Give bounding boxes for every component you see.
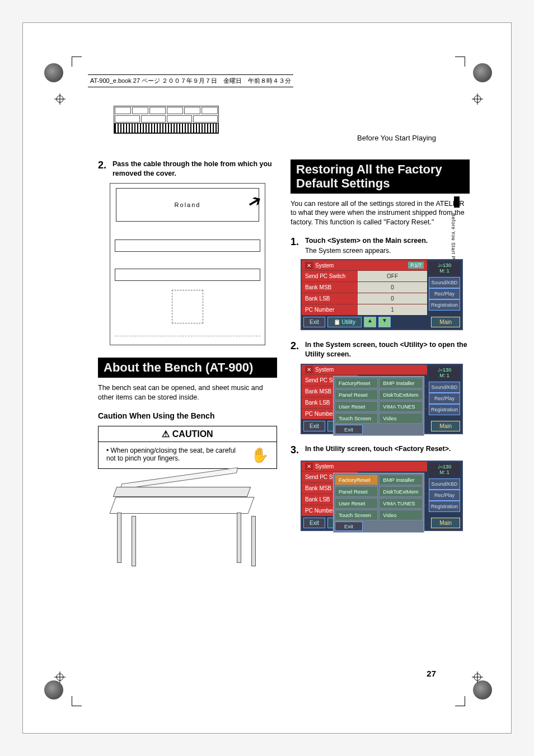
step-text: Pass the cable through the hole from whi…: [113, 159, 277, 179]
utility-menu-item[interactable]: Panel Reset: [335, 389, 378, 400]
system-screen: ✕SystemP.1/7 Send PC SwitchOFFBank MSB0B…: [301, 259, 463, 330]
tempo-label: ♩=130: [438, 464, 451, 469]
panel-diagram: [114, 106, 219, 134]
param-value[interactable]: 0: [358, 282, 427, 293]
caution-title: CAUTION: [172, 429, 213, 439]
step-subtext: The System screen appears.: [305, 247, 428, 255]
side-tab-button[interactable]: Rec/Play: [429, 393, 460, 404]
utility-menu-item[interactable]: VIMA TUNES: [379, 401, 422, 412]
heading-factory-reset: Restoring All the Factory Default Settin…: [291, 159, 470, 194]
param-label: Bank LSB: [302, 293, 358, 304]
utility-menu-item[interactable]: Touch Screen: [335, 510, 378, 520]
registration-mark-icon: [54, 93, 65, 105]
step-number: 2.: [98, 159, 113, 179]
down-arrow-button[interactable]: ▼: [378, 317, 391, 327]
left-column: 2. Pass the cable through the hole from …: [98, 159, 277, 582]
param-value[interactable]: 1: [358, 304, 427, 315]
crop-mark: [455, 696, 465, 706]
step-text: In the System screen, touch <Utility> to…: [305, 340, 470, 359]
print-corner-decoration: [473, 680, 492, 699]
step-number: 3.: [291, 444, 305, 456]
utility-menu-item[interactable]: DiskToExtMem: [379, 486, 422, 497]
close-icon[interactable]: ✕: [305, 262, 313, 269]
page-number: 27: [427, 669, 436, 678]
param-value[interactable]: 0: [358, 293, 427, 304]
measure-label: M: 1: [439, 469, 449, 475]
side-tab-button[interactable]: Registration: [429, 501, 460, 512]
utility-menu: FactoryResetBMP InstallerPanel ResetDisk…: [333, 473, 424, 533]
tempo-label: ♩=130: [438, 367, 451, 373]
organ-front-diagram: ➔: [110, 183, 265, 345]
utility-menu-item[interactable]: FactoryReset: [335, 378, 378, 388]
side-tab-button[interactable]: Sound/KBD: [429, 478, 460, 490]
utility-menu-item[interactable]: Video: [379, 413, 422, 424]
caution-item: When opening/closing the seat, be carefu…: [106, 447, 246, 464]
utility-menu-item[interactable]: Panel Reset: [335, 486, 378, 497]
pinch-hand-icon: ✋: [251, 447, 269, 464]
close-icon[interactable]: ✕: [305, 366, 313, 373]
param-label: PC Number: [302, 304, 358, 315]
warning-icon: ⚠: [162, 429, 172, 439]
registration-mark-icon: [472, 93, 483, 105]
step-number: 1.: [291, 236, 305, 255]
close-icon[interactable]: ✕: [305, 463, 313, 470]
crop-mark: [72, 57, 82, 67]
param-label: Send PC Switch: [302, 271, 358, 281]
registration-mark-icon: [472, 672, 483, 683]
measure-label: M: 1: [439, 268, 449, 274]
print-corner-decoration: [44, 680, 63, 699]
side-tab-button[interactable]: Sound/KBD: [429, 382, 460, 393]
utility-menu-item[interactable]: User Reset: [335, 401, 378, 412]
system-screen-factory-reset-highlight: ✕System Send PC SwitchBank MSBBank LSBPC…: [301, 461, 463, 531]
crop-mark: [72, 696, 82, 706]
utility-menu-item[interactable]: VIMA TUNES: [379, 498, 422, 509]
utility-menu: FactoryResetBMP InstallerPanel ResetDisk…: [333, 376, 424, 436]
utility-menu-item[interactable]: Touch Screen: [335, 413, 378, 424]
print-corner-decoration: [44, 63, 63, 82]
utility-menu-item[interactable]: DiskToExtMem: [379, 389, 422, 400]
utility-menu-item[interactable]: FactoryReset: [335, 475, 378, 485]
bench-diagram: [98, 476, 266, 576]
param-value[interactable]: OFF: [358, 271, 427, 281]
main-button[interactable]: Main: [431, 317, 460, 327]
system-screen-utility-open: ✕System Send PC SwitchBank MSBBank LSBPC…: [301, 364, 463, 434]
registration-mark-icon: [54, 672, 65, 683]
tempo-label: ♩=130: [438, 262, 451, 268]
heading-bench-caution: Caution When Using the Bench: [98, 411, 277, 420]
measure-label: M: 1: [439, 373, 449, 378]
side-tab-button[interactable]: Sound/KBD: [429, 277, 460, 288]
screen-title: System: [315, 367, 334, 373]
utility-button[interactable]: 📋 Utility: [327, 317, 362, 327]
crop-mark: [455, 57, 465, 67]
bench-description: The bench seat can be opened, and sheet …: [98, 383, 277, 402]
page-indicator: P.1/7: [408, 262, 424, 269]
running-head: Before You Start Playing: [357, 134, 436, 142]
utility-menu-item[interactable]: BMP Installer: [379, 475, 422, 485]
side-tab-button[interactable]: Registration: [429, 299, 460, 311]
side-tab-button[interactable]: Rec/Play: [429, 490, 460, 501]
utility-exit-button[interactable]: Exit: [335, 522, 363, 531]
step-text: In the Utility screen, touch <Factory Re…: [305, 444, 451, 456]
print-header: AT-900_e.book 27 ページ ２００７年９月７日 金曜日 午前８時４…: [88, 74, 293, 87]
screen-title: System: [315, 262, 334, 269]
exit-button[interactable]: Exit: [303, 421, 325, 431]
heading-about-bench: About the Bench (AT-900): [98, 358, 277, 378]
factory-reset-intro: You can restore all of the settings stor…: [291, 199, 470, 228]
main-button[interactable]: Main: [431, 421, 460, 431]
manual-page: AT-900_e.book 27 ページ ２００７年９月７日 金曜日 午前８時４…: [22, 22, 512, 734]
utility-menu-item[interactable]: Video: [379, 510, 422, 520]
right-column: Restoring All the Factory Default Settin…: [291, 159, 470, 582]
exit-button[interactable]: Exit: [303, 518, 325, 528]
utility-exit-button[interactable]: Exit: [335, 425, 363, 434]
up-arrow-button[interactable]: ▲: [364, 317, 376, 327]
exit-button[interactable]: Exit: [303, 317, 325, 327]
print-corner-decoration: [473, 63, 492, 82]
utility-menu-item[interactable]: User Reset: [335, 498, 378, 509]
side-tab-button[interactable]: Rec/Play: [429, 288, 460, 299]
main-button[interactable]: Main: [431, 518, 460, 528]
screen-title: System: [315, 463, 334, 469]
param-label: Bank MSB: [302, 282, 358, 293]
utility-menu-item[interactable]: BMP Installer: [379, 378, 422, 388]
step-text: Touch <System> on the Main screen.: [305, 236, 428, 246]
side-tab-button[interactable]: Registration: [429, 404, 460, 415]
